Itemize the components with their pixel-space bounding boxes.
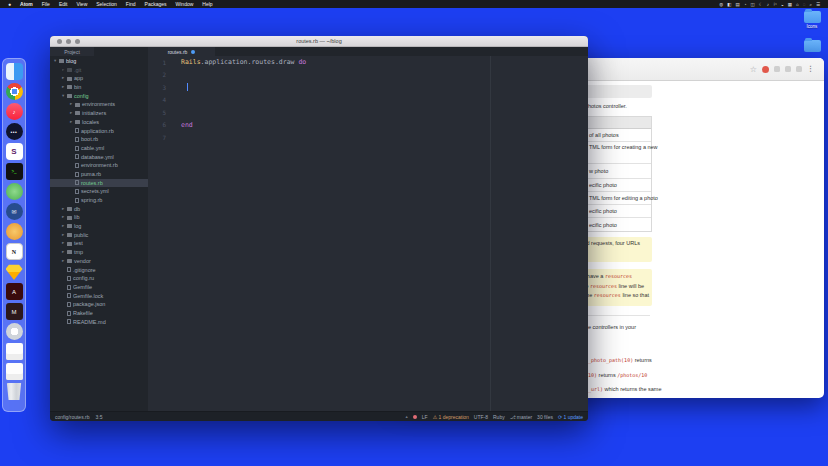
tree-item-cable-yml[interactable]: cable.yml	[50, 144, 148, 153]
tree-item-config-ru[interactable]: config.ru	[50, 274, 148, 283]
tree-item-puma-rb[interactable]: puma.rb	[50, 170, 148, 179]
tree-item-test[interactable]: ▸test	[50, 239, 148, 248]
tree-item-package-json[interactable]: package.json	[50, 300, 148, 309]
music-icon[interactable]: ♪	[6, 103, 23, 120]
menu-find[interactable]: Find	[126, 1, 136, 7]
acrobat-icon[interactable]: A	[6, 283, 23, 300]
extension-icon[interactable]	[774, 66, 780, 72]
tree-item-application-rb[interactable]: application.rb	[50, 127, 148, 136]
menubar-status-icon[interactable]: ⌂	[796, 2, 799, 7]
tree-item-spring-rb[interactable]: spring.rb	[50, 196, 148, 205]
folder-icon	[804, 11, 821, 23]
file-icon	[75, 180, 79, 185]
tree-item-environments[interactable]: ▸environments	[50, 100, 148, 109]
bookmark-star-icon[interactable]: ☆	[750, 65, 757, 74]
menubar-status-icon[interactable]: ◫	[750, 2, 754, 7]
menu-window[interactable]: Window	[176, 1, 194, 7]
overflow-menu-icon[interactable]: ⋮	[807, 65, 814, 73]
document-1-icon[interactable]	[6, 343, 23, 360]
menubar-status-icon[interactable]: ♪	[767, 2, 769, 7]
photos-app-icon[interactable]	[6, 323, 23, 340]
tab-project[interactable]: Project	[50, 47, 94, 56]
finder-icon[interactable]	[6, 63, 23, 80]
folder-icon	[67, 233, 72, 237]
chrome-icon[interactable]	[6, 83, 23, 100]
tree-item-gemfile[interactable]: Gemfile	[50, 283, 148, 292]
tree-item-locales[interactable]: ▸locales	[50, 118, 148, 127]
menubar-status-icon[interactable]: ◍	[719, 2, 723, 7]
desktop-folder-1[interactable]: Icons	[799, 11, 825, 29]
menubar-status-icon[interactable]: ◒	[781, 2, 784, 7]
editor-pane[interactable]: 1Rails.application.routes.draw do23456en…	[148, 56, 588, 411]
sketch-icon[interactable]	[6, 263, 23, 280]
status-1-update[interactable]: ⟳ 1 update	[558, 414, 583, 420]
apple-menu-icon[interactable]: ●	[8, 2, 11, 7]
menubar-status-icon[interactable]: ◔	[744, 2, 747, 7]
tree-item-git[interactable]: ▸.git	[50, 66, 148, 75]
tree-item-initializers[interactable]: ▸initializers	[50, 109, 148, 118]
menubar-status-icon[interactable]: ◌	[803, 2, 806, 7]
tree-item-label: lib	[74, 213, 80, 222]
code-text: Rails.application.routes.draw do	[174, 58, 306, 66]
folder-icon	[59, 59, 64, 63]
file-icon	[75, 163, 79, 168]
tree-item-secrets-yml[interactable]: secrets.yml	[50, 187, 148, 196]
markdown-app-icon[interactable]: M	[6, 303, 23, 320]
record-extension-icon[interactable]	[762, 66, 769, 73]
folder-icon	[75, 111, 80, 115]
line-number: 4	[148, 96, 174, 103]
menu-packages[interactable]: Packages	[145, 1, 167, 7]
tree-item-label: app	[74, 74, 83, 83]
menu-selection[interactable]: Selection	[96, 1, 117, 7]
tree-item-log[interactable]: ▸log	[50, 222, 148, 231]
menu-help[interactable]: Help	[202, 1, 212, 7]
menubar-status-icon[interactable]: ☾	[759, 2, 763, 7]
tree-item-label: environment.rb	[81, 161, 118, 170]
tree-item-db[interactable]: ▸db	[50, 205, 148, 214]
atom-window: routes.rb — ~/blog Project routes.rb ▾bl…	[50, 36, 588, 421]
menubar-status-icon[interactable]: ▤	[735, 2, 739, 7]
tree-item-routes-rb[interactable]: routes.rb	[50, 179, 148, 188]
tree-item-rakefile[interactable]: Rakefile	[50, 309, 148, 318]
document-2-icon[interactable]	[6, 363, 23, 380]
tree-item-label: routes.rb	[81, 179, 103, 188]
extension-icon[interactable]	[796, 66, 802, 72]
window-titlebar[interactable]: routes.rb — ~/blog	[50, 36, 588, 47]
trash-icon[interactable]	[6, 383, 23, 400]
tab-routes-rb[interactable]: routes.rb	[148, 47, 215, 56]
slack-icon[interactable]: S	[6, 143, 23, 160]
tree-item-boot-rb[interactable]: boot.rb	[50, 135, 148, 144]
tree-item-gemfile-lock[interactable]: Gemfile.lock	[50, 292, 148, 301]
messages-icon[interactable]: •••	[6, 123, 23, 140]
menu-atom[interactable]: Atom	[20, 1, 33, 7]
menu-file[interactable]: File	[42, 1, 50, 7]
menu-view[interactable]: View	[77, 1, 88, 7]
tree-item-public[interactable]: ▸public	[50, 231, 148, 240]
tree-item-app[interactable]: ▸app	[50, 74, 148, 83]
desktop-folder-2[interactable]	[799, 40, 825, 53]
menubar-status-icon[interactable]: ⚐	[773, 2, 777, 7]
window-title: routes.rb — ~/blog	[50, 38, 588, 44]
tree-item-readme-md[interactable]: README.md	[50, 318, 148, 327]
tree-item-tmp[interactable]: ▸tmp	[50, 248, 148, 257]
tree-item-vendor[interactable]: ▸vendor	[50, 257, 148, 266]
mail-icon[interactable]: ✉	[6, 203, 23, 220]
tree-item-environment-rb[interactable]: environment.rb	[50, 161, 148, 170]
terminal-icon[interactable]: >_	[6, 163, 23, 180]
menubar-status-icon[interactable]: ◧	[727, 2, 731, 7]
emoji-app-icon[interactable]	[6, 223, 23, 240]
tree-item-bin[interactable]: ▸bin	[50, 83, 148, 92]
menubar-status-icon[interactable]: ⌕	[809, 2, 812, 7]
menubar-status-icon[interactable]: ▦	[788, 2, 792, 7]
app-green-icon[interactable]	[6, 183, 23, 200]
extension-icon[interactable]	[785, 66, 791, 72]
tab-bar: Project routes.rb	[50, 47, 588, 56]
tree-item-lib[interactable]: ▸lib	[50, 213, 148, 222]
tree-item-database-yml[interactable]: database.yml	[50, 153, 148, 162]
notion-icon[interactable]: N	[6, 243, 23, 260]
menu-edit[interactable]: Edit	[59, 1, 68, 7]
tree-item-gitignore[interactable]: .gitignore	[50, 266, 148, 275]
tree-item-config[interactable]: ▾config	[50, 92, 148, 101]
tree-item-blog[interactable]: ▾blog	[50, 57, 148, 66]
menubar-status-icon[interactable]: ☰	[816, 2, 820, 7]
